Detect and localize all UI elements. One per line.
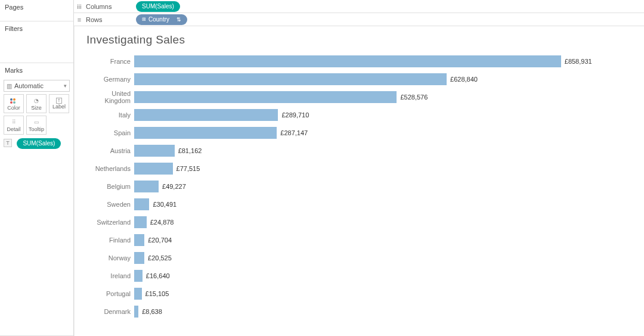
bar-track: £20,704 [134, 234, 632, 247]
bar-fill[interactable] [134, 252, 144, 264]
bar-category-label: Spain [86, 129, 134, 136]
color-mark-button[interactable]: Color [4, 94, 24, 113]
marks-dropdown-label: Automatic [14, 82, 44, 89]
bar-fill[interactable] [134, 127, 277, 139]
bar-track: £49,227 [134, 180, 632, 193]
bar-fill[interactable] [134, 163, 173, 175]
columns-pill-sum-sales[interactable]: SUM(Sales) [136, 1, 180, 12]
bar-row: Norway£20,525 [86, 249, 632, 267]
bar-track: £30,491 [134, 198, 632, 211]
bar-track: £289,710 [134, 108, 632, 122]
bar-value-label: £30,491 [153, 201, 177, 208]
detail-mark-button[interactable]: ⠿ Detail [4, 116, 24, 135]
bar-value-label: £49,227 [162, 183, 186, 190]
bar-category-label: Finland [86, 237, 134, 244]
marks-pill-row: T SUM(Sales) [0, 135, 73, 151]
bar-fill[interactable] [134, 91, 397, 103]
bar-track: £287,147 [134, 126, 632, 139]
bar-value-label: £16,640 [146, 272, 170, 279]
bar-fill[interactable] [134, 181, 159, 192]
bar-fill[interactable] [134, 234, 144, 246]
bar-category-label: Belgium [86, 183, 134, 190]
bar-track: £628,840 [134, 73, 632, 86]
bar-fill[interactable] [134, 306, 138, 318]
label-mark-button[interactable]: T Label [49, 94, 69, 113]
bar-value-label: £628,840 [450, 76, 478, 83]
bar-category-label: Switzerland [86, 219, 134, 226]
chevron-down-icon: ▾ [64, 83, 67, 89]
bar-track: £8,638 [134, 305, 632, 318]
detail-label: Detail [7, 126, 20, 132]
marks-panel: Marks ▥ Automatic ▾ Color ◔ Size T Label [0, 63, 73, 336]
marks-pill-text: SUM(Sales) [23, 140, 55, 147]
bar-category-label: Sweden [86, 201, 134, 208]
bar-fill[interactable] [134, 198, 149, 210]
size-icon: ◔ [34, 97, 39, 105]
columns-icon: iii [74, 3, 85, 10]
size-label: Size [31, 105, 42, 111]
rows-icon: ≡ [74, 16, 85, 23]
bar-fill[interactable] [134, 270, 143, 282]
bar-value-label: £20,704 [148, 237, 172, 244]
bar-fill[interactable] [134, 288, 142, 300]
columns-shelf-label: Columns [85, 3, 134, 10]
bar-row: France£858,931 [86, 52, 632, 70]
chart-title: Investigating Sales [86, 33, 632, 46]
bar-category-label: Portugal [86, 290, 134, 297]
marks-sum-sales-pill[interactable]: SUM(Sales) [17, 138, 61, 149]
bar-track: £15,105 [134, 287, 632, 300]
bar-value-label: £8,638 [142, 308, 162, 315]
marks-header: Marks [0, 63, 73, 77]
bar-row: Austria£81,162 [86, 142, 632, 160]
bar-category-label: Italy [86, 111, 134, 119]
detail-icon: ⠿ [12, 118, 16, 126]
bar-fill[interactable] [134, 109, 278, 121]
bar-fill[interactable] [134, 73, 447, 85]
bar-row: Portugal£15,105 [86, 285, 632, 303]
bar-category-label: France [86, 58, 134, 65]
filters-panel: Filters [0, 21, 73, 63]
bar-row: United Kingdom£528,576 [86, 88, 632, 106]
pages-panel: Pages [0, 0, 73, 21]
bar-row: Netherlands£77,515 [86, 160, 632, 178]
bar-value-label: £15,105 [145, 290, 169, 297]
label-glyph-icon: T [4, 139, 12, 147]
label-icon: T [56, 98, 62, 104]
rows-shelf-label: Rows [85, 16, 134, 23]
bar-row: Switzerland£24,878 [86, 213, 632, 231]
bar-value-label: £20,525 [148, 254, 172, 262]
bar-track: £16,640 [134, 269, 632, 282]
filters-header: Filters [0, 21, 73, 36]
tooltip-icon: ▭ [34, 118, 39, 126]
color-icon [10, 97, 17, 105]
bar-value-label: £81,162 [178, 147, 202, 154]
marks-type-dropdown[interactable]: ▥ Automatic ▾ [4, 80, 70, 92]
bar-row: Italy£289,710 [86, 106, 632, 124]
bar-row: Finland£20,704 [86, 231, 632, 249]
side-panels: Pages Filters Marks ▥ Automatic ▾ Color … [0, 0, 74, 336]
bar-track: £858,931 [134, 55, 632, 68]
bar-chart-icon: ▥ [7, 83, 12, 89]
pages-header: Pages [0, 0, 73, 14]
sort-descending-icon: ⇅ [177, 17, 181, 23]
columns-pill-text: SUM(Sales) [142, 3, 174, 10]
bar-track: £528,576 [134, 91, 632, 104]
bar-fill[interactable] [134, 55, 561, 67]
bar-fill[interactable] [134, 216, 147, 228]
tooltip-mark-button[interactable]: ▭ Tooltip [26, 116, 47, 135]
bar-category-label: Austria [86, 147, 134, 154]
bar-row: Ireland£16,640 [86, 267, 632, 285]
size-mark-button[interactable]: ◔ Size [26, 94, 47, 113]
bar-row: Denmark£8,638 [86, 303, 632, 321]
rows-pill-country[interactable]: ⊞ Country ⇅ [136, 14, 187, 25]
color-label: Color [7, 105, 20, 111]
bar-fill[interactable] [134, 145, 175, 157]
main-area: iii Columns SUM(Sales) ≡ Rows ⊞ Country … [74, 0, 644, 336]
rows-shelf[interactable]: ≡ Rows ⊞ Country ⇅ [74, 13, 644, 26]
columns-shelf[interactable]: iii Columns SUM(Sales) [74, 0, 644, 13]
bar-category-label: Germany [86, 76, 134, 83]
bar-track: £24,878 [134, 216, 632, 229]
label-label: Label [52, 104, 66, 110]
bar-value-label: £77,515 [177, 165, 200, 172]
bar-row: Spain£287,147 [86, 124, 632, 142]
